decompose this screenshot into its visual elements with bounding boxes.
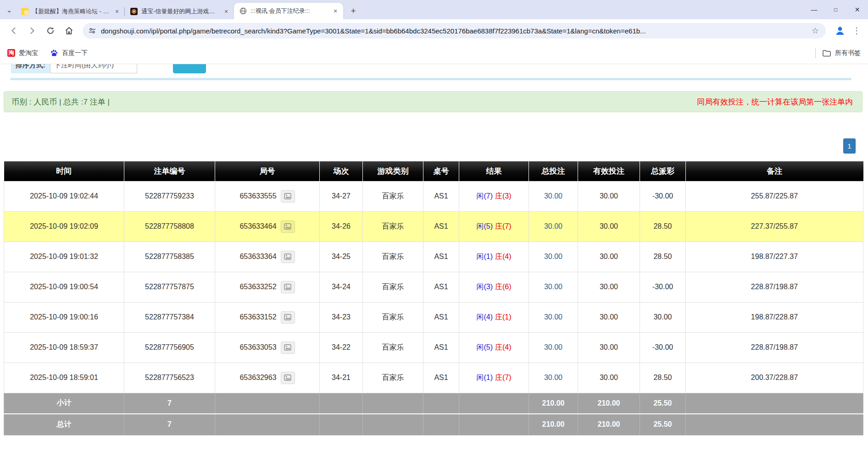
tab-bet-records-active[interactable]: :::视讯 会员下注纪录::: × [234, 3, 343, 19]
maximize-button[interactable]: □ [825, 0, 846, 19]
url-bar[interactable]: dongshouji.com/ipl/portal.php/game/betre… [83, 23, 826, 38]
cell-total-bet: 30.00 [529, 181, 578, 211]
window-controls: — □ ✕ [803, 0, 868, 19]
cell-table-no: AS1 [423, 272, 459, 302]
cell-game-type: 百家乐 [363, 302, 423, 332]
cell-result: 闲(4)庄(1) [459, 302, 529, 332]
round-replay-image-icon[interactable] [281, 190, 295, 203]
tab-haiyan-forum[interactable]: 【新提醒】海燕策略论坛 - 综合 × [16, 4, 125, 19]
bookmarks-right-group: 所有书签 [815, 48, 861, 58]
all-bookmarks-button[interactable]: 所有书签 [822, 49, 861, 57]
tab-close-icon[interactable]: × [331, 7, 339, 15]
new-tab-button[interactable]: + [347, 5, 360, 17]
cell-table-no: AS1 [423, 242, 459, 272]
tab-tongbao[interactable]: 通宝-信誉最好的网上游戏平台 × [125, 4, 234, 19]
total-bet-link[interactable]: 30.00 [544, 343, 562, 351]
url-text: dongshouji.com/ipl/portal.php/game/betre… [101, 27, 810, 35]
cell-valid-bet: 30.00 [578, 363, 640, 393]
cell-session: 34-23 [320, 302, 363, 332]
cell-table-no: AS1 [423, 302, 459, 332]
result-banker: 庄(7) [495, 222, 512, 230]
sort-filter-row: 排序方式: [11, 64, 206, 73]
table-header-row: 时间 注单编号 局号 场次 游戏类别 桌号 结果 总投注 有效投注 总派彩 备注 [4, 161, 863, 181]
cell-time: 2025-10-09 19:02:09 [4, 211, 124, 242]
tab-close-icon[interactable]: × [113, 7, 121, 16]
result-banker: 庄(4) [495, 253, 512, 260]
cell-note: 227.37/255.87 [686, 211, 863, 242]
pagination-page-1[interactable]: 1 [843, 138, 856, 154]
round-number: 653633053 [239, 343, 276, 352]
round-replay-image-icon[interactable] [281, 372, 295, 384]
cell-total-bet: 30.00 [529, 332, 578, 363]
cell-payout: 28.50 [640, 242, 686, 272]
total-bet-link[interactable]: 30.00 [544, 374, 562, 381]
cell-session: 34-22 [320, 332, 363, 363]
bookmark-baidu[interactable]: 百度一下 [50, 49, 88, 57]
minimize-button[interactable]: — [803, 0, 825, 19]
cell-table-no: AS1 [423, 332, 459, 363]
close-window-button[interactable]: ✕ [846, 0, 868, 19]
cell-round-no: 653633364 [215, 242, 320, 272]
back-icon[interactable] [6, 23, 22, 38]
sort-filter-select[interactable] [50, 64, 137, 73]
tab-close-icon[interactable]: × [222, 7, 230, 16]
bookmark-label: 爱淘宝 [19, 49, 38, 57]
cell-note: 200.37/228.87 [686, 363, 863, 393]
round-number: 653633464 [239, 222, 276, 231]
round-replay-image-icon[interactable] [281, 220, 295, 233]
table-row: 2025-10-09 18:59:01 522877756523 6536329… [4, 363, 863, 393]
header-session: 场次 [320, 161, 363, 181]
cell-round-no: 653632963 [215, 363, 320, 393]
home-icon[interactable] [61, 23, 77, 38]
tab-title: 【新提醒】海燕策略论坛 - 综合 [32, 7, 111, 16]
cell-bet-no: 522877758808 [124, 211, 215, 242]
result-player: 闲(3) [476, 283, 493, 291]
cell-total-bet: 30.00 [529, 363, 578, 393]
browser-menu-icon[interactable]: ⋮ [850, 23, 863, 38]
total-bet-link[interactable]: 30.00 [544, 283, 562, 291]
search-button[interactable] [173, 64, 206, 73]
bookmark-star-icon[interactable]: ☆ [810, 26, 820, 36]
cell-game-type: 百家乐 [363, 272, 423, 302]
result-banker: 庄(6) [495, 283, 512, 291]
tab-search-chevron-icon[interactable]: ⌄ [4, 5, 15, 16]
round-replay-image-icon[interactable] [281, 281, 295, 293]
total-bet-link[interactable]: 30.00 [544, 313, 562, 321]
header-total-bet: 总投注 [529, 161, 578, 181]
cell-result: 闲(7)庄(3) [459, 181, 529, 211]
tab-bar: ⌄ 【新提醒】海燕策略论坛 - 综合 × 通宝-信誉最好的网上游戏平台 × ::… [0, 0, 868, 19]
cell-game-type: 百家乐 [363, 332, 423, 363]
cell-session: 34-27 [320, 181, 363, 211]
cell-result: 闲(1)庄(4) [459, 242, 529, 272]
reload-icon[interactable] [43, 23, 58, 38]
forward-icon[interactable] [24, 23, 40, 38]
cell-session: 34-21 [320, 363, 363, 393]
round-replay-image-icon[interactable] [281, 251, 295, 263]
tab-title: :::视讯 会员下注纪录::: [250, 7, 329, 15]
result-banker: 庄(7) [495, 374, 512, 381]
header-valid-bet: 有效投注 [578, 161, 640, 181]
all-bookmarks-label: 所有书签 [835, 49, 861, 57]
total-bet-link[interactable]: 30.00 [544, 192, 562, 200]
site-info-icon[interactable] [88, 27, 96, 35]
bet-records-table: 时间 注单编号 局号 场次 游戏类别 桌号 结果 总投注 有效投注 总派彩 备注… [4, 161, 863, 435]
bookmarks-divider [815, 48, 816, 58]
table-row: 2025-10-09 19:00:54 522877757875 6536332… [4, 272, 863, 302]
cell-valid-bet: 30.00 [578, 181, 640, 211]
round-replay-image-icon[interactable] [281, 341, 295, 354]
round-replay-image-icon[interactable] [281, 311, 295, 324]
total-label: 总计 [4, 414, 124, 435]
total-bet-link[interactable]: 30.00 [544, 222, 562, 230]
header-result: 结果 [459, 161, 529, 181]
header-game-type: 游戏类别 [363, 161, 423, 181]
profile-avatar[interactable] [832, 23, 848, 38]
result-banker: 庄(3) [495, 192, 512, 200]
round-number: 653632963 [239, 374, 276, 382]
round-number: 653633555 [239, 192, 276, 200]
bookmark-aitaobao[interactable]: 淘 爱淘宝 [7, 49, 38, 57]
cell-table-no: AS1 [423, 211, 459, 242]
cell-bet-no: 522877758385 [124, 242, 215, 272]
cell-note: 255.87/225.87 [686, 181, 863, 211]
total-bet-link[interactable]: 30.00 [544, 253, 562, 260]
cell-total-bet: 30.00 [529, 272, 578, 302]
